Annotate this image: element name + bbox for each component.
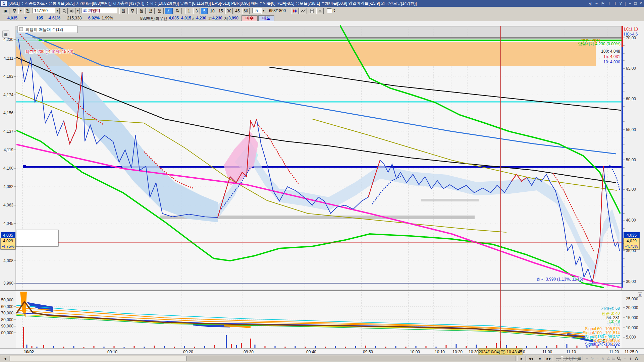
pin-icon[interactable]: ⊤: [607, 1, 611, 6]
line-style-button[interactable]: [300, 8, 307, 14]
pane-corner-button[interactable]: ×: [638, 293, 642, 297]
stock-kind-button[interactable]: 주: [11, 8, 18, 14]
count-combo[interactable]: 5: [252, 8, 261, 13]
pane-copy-icon[interactable]: ◳: [571, 356, 576, 361]
svg-text:4,230: 4,230: [3, 37, 13, 42]
chart-window-icon[interactable]: ▣: [2, 8, 9, 14]
tool-chart-icon[interactable]: ▤: [611, 356, 616, 361]
period-week[interactable]: 주: [128, 8, 137, 14]
period-second[interactable]: 초: [165, 8, 173, 14]
quote-row: 4,035 ▼ 195 -4.61% 215,338 6.92% 1.99% 8…: [0, 15, 644, 21]
price-tag-left: 4,035 4,029 -4.75%: [1, 232, 15, 249]
open-label: 시: [192, 16, 196, 21]
period-year[interactable]: 년: [147, 8, 155, 14]
d-checkbox[interactable]: [327, 8, 332, 13]
chart-canvas: 4,2304,211 4,1934,174 4,1564,137 4,1194,…: [0, 21, 644, 355]
scrollbar-track[interactable]: [187, 356, 516, 361]
tool-angle-icon[interactable]: ∧: [600, 356, 605, 361]
svg-text:4,063: 4,063: [3, 203, 13, 207]
popout-icon[interactable]: ◱: [588, 1, 592, 6]
code-input[interactable]: 147760: [33, 8, 55, 13]
minimize-panel-icon[interactable]: −: [595, 1, 598, 6]
interval-15[interactable]: 15: [217, 8, 224, 14]
interval-5[interactable]: 5: [201, 8, 208, 14]
forward-button[interactable]: ▶▶: [545, 356, 553, 361]
svg-text:4,045: 4,045: [3, 221, 13, 226]
pane-add-icon[interactable]: ◰: [566, 356, 571, 361]
minimize-icon[interactable]: −: [629, 1, 631, 6]
tool-pattern-icon[interactable]: ≈: [595, 356, 600, 361]
period-minute[interactable]: 분: [156, 8, 164, 14]
scroll-left-button[interactable]: ◀: [1, 356, 9, 361]
svg-text:거래량: 68: 거래량: 68: [601, 306, 620, 311]
amount: 883백만: [140, 16, 155, 21]
zoom-out-icon[interactable]: −: [623, 356, 628, 361]
period-month[interactable]: 월: [138, 8, 146, 14]
prev-stock-button[interactable]: 전: [24, 8, 31, 14]
count-combo-dropdown[interactable]: ▼: [261, 8, 266, 14]
candle-style-button[interactable]: [291, 8, 299, 14]
sound-dropdown[interactable]: ▼: [76, 8, 80, 14]
ma-legend: 100: 4,048 15: 4,031 10: 4,030: [601, 49, 620, 64]
interval-60[interactable]: 60: [242, 8, 250, 14]
volume-profile-bar2: [421, 199, 479, 201]
svg-text:00,000: 00,000: [1, 330, 13, 335]
close-icon[interactable]: ×: [640, 1, 642, 6]
low-label: 저: [224, 16, 228, 21]
settings-button[interactable]: [316, 8, 324, 14]
play-button[interactable]: ▶: [518, 356, 526, 361]
font-size-icon[interactable]: A: [634, 356, 639, 361]
interval-10[interactable]: 10: [209, 8, 216, 14]
statusbar: ◀ ▶ ◀◀ ■ ▶▶ ◰ ◳ ▦ ⌐ ∿ ≈ ∧ ∠ ▤ − + A: [0, 355, 644, 362]
svg-text:09:30: 09:30: [244, 350, 254, 354]
statusbar-divider: [583, 356, 583, 361]
stock-kind-dropdown[interactable]: ▼: [18, 8, 23, 14]
search-icon: [62, 9, 66, 13]
rewind-button[interactable]: ◀◀: [527, 356, 535, 361]
sound-button[interactable]: [69, 8, 75, 14]
toolbar: ▣ 주 ▼ 전 147760 ▼ ▼ 코 피엠티 일 주 월 년 분 초 틱 1…: [0, 7, 644, 16]
save-button[interactable]: [308, 8, 315, 14]
interval-45[interactable]: 45: [234, 8, 241, 14]
font-icon[interactable]: T: [614, 1, 616, 6]
svg-text:15,000: 15,000: [626, 315, 638, 320]
period-day[interactable]: 일: [119, 8, 127, 14]
tool-wave-icon[interactable]: ∿: [590, 356, 595, 361]
svg-text:4,029: 4,029: [627, 239, 637, 243]
code-dropdown[interactable]: ▼: [55, 8, 60, 14]
zoom-in-icon[interactable]: +: [628, 356, 633, 361]
interval-30[interactable]: 30: [225, 8, 233, 14]
svg-text:4,174: 4,174: [3, 93, 13, 97]
zoom-search-icon[interactable]: [616, 356, 622, 361]
grid-button[interactable]: ▦: [3, 31, 9, 37]
search-button[interactable]: [61, 8, 68, 14]
interval-1[interactable]: 1: [185, 8, 192, 14]
pane-title[interactable]: 피엠티 매물대 수(13): [18, 26, 77, 33]
buy-button[interactable]: 매수: [241, 15, 258, 21]
restore-icon[interactable]: □: [634, 1, 637, 6]
lc-readout: LC:1,13: [624, 27, 638, 32]
interval-3[interactable]: 3: [193, 8, 200, 14]
scrollbar-thumb[interactable]: [10, 356, 187, 361]
sell-button[interactable]: 매도: [258, 15, 274, 21]
svg-text:-4.75%: -4.75%: [625, 244, 638, 249]
svg-text:10:30: 10:30: [469, 350, 479, 354]
tool-draw-icon[interactable]: ∠: [606, 356, 611, 361]
tool-ruler-icon[interactable]: ⌐: [584, 356, 589, 361]
period-tick[interactable]: 틱: [174, 8, 182, 14]
best-bid: 4,015: [181, 16, 191, 20]
save-icon: [310, 9, 314, 13]
volume-pct: 6.92%: [88, 16, 100, 20]
bar-counter: 653/1800: [269, 8, 286, 13]
svg-text:50,00: 50,00: [626, 158, 636, 162]
copy-window-icon[interactable]: ◳: [601, 1, 604, 6]
svg-text:4,035: 4,035: [3, 233, 13, 238]
market-badge: 코: [83, 8, 87, 13]
help-icon[interactable]: ?: [620, 1, 622, 6]
stop-button[interactable]: ■: [536, 356, 544, 361]
svg-text:11:25:0: 11:25:0: [625, 350, 638, 354]
pane-grid-icon[interactable]: ▦: [577, 356, 582, 361]
svg-text:50,000: 50,000: [1, 298, 13, 302]
stock-name-field[interactable]: 코 피엠티: [81, 8, 117, 13]
svg-text:65,00: 65,00: [626, 66, 636, 71]
